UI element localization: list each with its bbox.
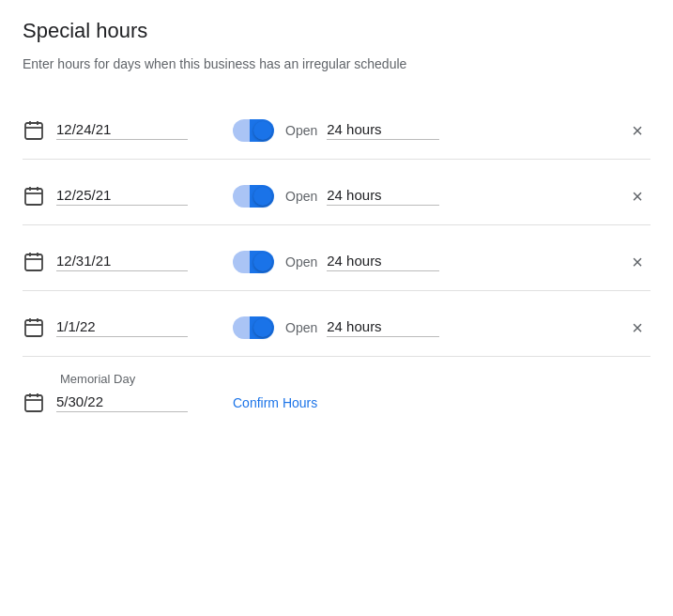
calendar-icon (23, 251, 45, 273)
open-toggle[interactable] (233, 316, 274, 339)
svg-rect-8 (25, 254, 42, 270)
memorial-section: Memorial Day Confirm Hours (23, 357, 650, 424)
date-input[interactable] (56, 187, 188, 206)
page-subtitle: Enter hours for days when this business … (23, 56, 650, 71)
toggle-thumb (253, 318, 272, 337)
open-label: Open (285, 189, 317, 204)
special-hours-list: Open 24 hours × Open 24 hours × (23, 94, 650, 424)
svg-rect-0 (25, 123, 42, 139)
hours-row: Open 24 hours × (23, 94, 650, 160)
date-input[interactable] (56, 121, 188, 140)
remove-row-button[interactable]: × (624, 249, 650, 275)
calendar-icon (23, 316, 45, 339)
open-toggle[interactable] (233, 119, 274, 142)
open-toggle[interactable] (233, 185, 274, 208)
calendar-icon (23, 185, 45, 208)
toggle-thumb (253, 187, 272, 206)
confirm-hours-button[interactable]: Confirm Hours (233, 395, 317, 410)
hours-row: Open 24 hours × (23, 160, 650, 225)
date-input[interactable] (56, 393, 188, 412)
open-label: Open (285, 123, 317, 138)
toggle-thumb (253, 121, 272, 140)
svg-rect-12 (25, 320, 42, 336)
open-toggle[interactable] (233, 251, 274, 273)
hours-value: 24 hours (327, 318, 439, 337)
svg-rect-16 (25, 395, 42, 411)
open-toggle-area: Open 24 hours (233, 251, 439, 273)
memorial-row: Confirm Hours (23, 392, 650, 424)
hours-value: 24 hours (327, 253, 439, 271)
open-toggle-area: Open 24 hours (233, 185, 439, 208)
calendar-icon (23, 392, 45, 414)
remove-row-button[interactable]: × (624, 315, 650, 341)
open-toggle-area: Open 24 hours (233, 119, 439, 142)
hours-value: 24 hours (327, 121, 439, 140)
hours-value: 24 hours (327, 187, 439, 206)
toggle-thumb (253, 253, 272, 271)
open-label: Open (285, 320, 317, 335)
remove-row-button[interactable]: × (624, 183, 650, 209)
svg-rect-4 (25, 189, 42, 205)
hours-row: Open 24 hours × (23, 291, 650, 357)
date-input[interactable] (56, 318, 188, 337)
memorial-day-label: Memorial Day (60, 372, 650, 386)
calendar-icon (23, 119, 45, 142)
date-input[interactable] (56, 253, 188, 271)
hours-row: Open 24 hours × (23, 225, 650, 291)
page-title: Special hours (23, 19, 650, 43)
remove-row-button[interactable]: × (624, 117, 650, 144)
open-toggle-area: Open 24 hours (233, 316, 439, 339)
open-label: Open (285, 254, 317, 270)
